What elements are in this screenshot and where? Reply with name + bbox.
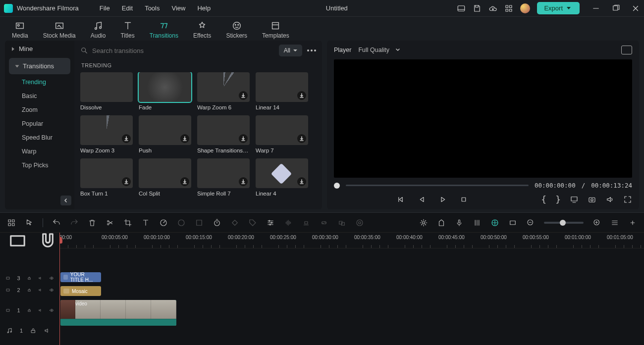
stop-button[interactable] xyxy=(459,195,468,204)
mute-icon[interactable] xyxy=(38,275,42,282)
transition-tile[interactable]: Dissolve xyxy=(80,72,133,110)
cloud-icon[interactable] xyxy=(488,4,497,13)
avatar[interactable] xyxy=(520,3,530,13)
download-icon[interactable] xyxy=(239,177,248,186)
transition-tile[interactable]: Linear 14 xyxy=(256,72,308,110)
timer-icon[interactable] xyxy=(213,218,221,227)
mark-out-button[interactable]: } xyxy=(555,194,561,204)
zoom-in-icon[interactable] xyxy=(592,218,601,227)
more-track-icon[interactable] xyxy=(628,218,637,227)
layout-icon[interactable] xyxy=(457,4,466,13)
clip-title[interactable]: YOUR TITLE H... xyxy=(60,272,101,282)
quality-dropdown[interactable]: Full Quality xyxy=(358,47,400,53)
zoom-out-icon[interactable] xyxy=(526,218,535,227)
camera-icon[interactable] xyxy=(588,195,596,204)
save-icon[interactable] xyxy=(473,4,482,13)
delete-icon[interactable] xyxy=(88,218,97,227)
transition-tile[interactable]: Push xyxy=(139,115,191,153)
auto-enhance-icon[interactable] xyxy=(419,218,428,227)
transition-tile[interactable]: Fade xyxy=(139,72,191,110)
clip-mosaic[interactable]: Mosaic xyxy=(60,286,101,296)
play-reverse-button[interactable] xyxy=(418,195,427,204)
eye-icon[interactable] xyxy=(50,307,54,314)
menu-edit[interactable]: Edit xyxy=(116,4,139,12)
transition-tile[interactable]: Shape Transitions Pack... xyxy=(197,115,250,153)
sidebar-group-mine[interactable]: Mine xyxy=(5,41,74,57)
download-icon[interactable] xyxy=(122,134,131,143)
tab-templates[interactable]: Templates xyxy=(256,18,295,41)
transition-tile[interactable]: Simple Roll 7 xyxy=(197,158,250,197)
filter-dropdown[interactable]: All xyxy=(279,45,302,56)
sidebar-item-basic[interactable]: Basic xyxy=(5,89,74,103)
more-options-button[interactable] xyxy=(307,49,316,51)
prev-frame-button[interactable] xyxy=(397,195,406,204)
adjust-icon[interactable] xyxy=(266,218,275,227)
menu-tools[interactable]: Tools xyxy=(139,4,165,12)
download-icon[interactable] xyxy=(297,91,306,100)
download-icon[interactable] xyxy=(239,134,248,143)
render-icon[interactable] xyxy=(490,218,499,227)
marker-icon[interactable] xyxy=(437,218,446,227)
timeline-ruler[interactable]: 00:0000:00:05:0000:00:10:0000:00:15:0000… xyxy=(59,233,644,248)
collapse-sidebar-button[interactable] xyxy=(60,196,71,205)
player-tab[interactable]: Player xyxy=(334,47,351,53)
seek-bar[interactable]: 00:00:00:00 / 00:00:13:24 xyxy=(334,182,632,189)
grid-icon[interactable] xyxy=(7,218,16,227)
tab-titles[interactable]: Titles xyxy=(114,18,140,41)
tab-stock-media[interactable]: Stock Media xyxy=(37,18,82,41)
eye-icon[interactable] xyxy=(50,275,54,282)
tab-stickers[interactable]: Stickers xyxy=(220,18,253,41)
video-preview[interactable] xyxy=(334,59,632,178)
search-field[interactable] xyxy=(80,47,274,54)
menu-help[interactable]: Help xyxy=(191,4,216,12)
lock-icon[interactable] xyxy=(27,275,31,282)
export-button[interactable]: Export xyxy=(537,2,580,14)
lock-icon[interactable] xyxy=(27,307,31,314)
tab-transitions[interactable]: Transitions xyxy=(144,18,184,41)
speed-icon[interactable] xyxy=(159,218,168,227)
mute-icon[interactable] xyxy=(44,327,51,334)
zoom-slider[interactable] xyxy=(544,222,584,224)
sidebar-item-speed-blur[interactable]: Speed Blur xyxy=(5,131,74,145)
eye-icon[interactable] xyxy=(50,287,54,294)
transition-tile[interactable]: Linear 4 xyxy=(256,158,308,197)
sidebar-item-warp[interactable]: Warp xyxy=(5,145,74,158)
text-icon[interactable] xyxy=(141,218,150,227)
close-icon[interactable] xyxy=(631,4,640,13)
lock-icon[interactable] xyxy=(30,327,37,334)
download-icon[interactable] xyxy=(180,134,189,143)
mark-in-button[interactable]: { xyxy=(541,194,546,204)
minimize-icon[interactable] xyxy=(591,4,600,13)
track-view-icon[interactable] xyxy=(610,218,619,227)
mute-icon[interactable] xyxy=(38,307,42,314)
download-icon[interactable] xyxy=(239,91,248,100)
volume-icon[interactable] xyxy=(605,195,614,204)
transition-tile[interactable]: Warp 7 xyxy=(256,115,308,153)
playhead[interactable] xyxy=(59,233,60,345)
lock-icon[interactable] xyxy=(27,287,31,294)
download-icon[interactable] xyxy=(180,177,189,186)
transition-tile[interactable]: Box Turn 1 xyxy=(80,158,133,197)
tab-media[interactable]: Media xyxy=(6,18,34,41)
sidebar-item-zoom[interactable]: Zoom xyxy=(5,103,74,117)
sidebar-item-top-picks[interactable]: Top Picks xyxy=(5,158,74,172)
clip-video[interactable]: video xyxy=(60,300,176,326)
mixer-icon[interactable] xyxy=(473,218,482,227)
apps-icon[interactable] xyxy=(504,4,513,13)
undo-icon[interactable] xyxy=(52,218,61,227)
download-icon[interactable] xyxy=(297,134,306,143)
menu-view[interactable]: View xyxy=(165,4,191,12)
tab-effects[interactable]: Effects xyxy=(187,18,217,41)
download-icon[interactable] xyxy=(297,177,306,186)
search-input[interactable] xyxy=(92,47,274,54)
transition-tile[interactable]: Warp Zoom 3 xyxy=(80,115,133,153)
menu-file[interactable]: File xyxy=(94,4,116,12)
transition-tile[interactable]: Warp Zoom 6 xyxy=(197,72,250,110)
download-icon[interactable] xyxy=(122,177,131,186)
display-icon[interactable] xyxy=(570,195,579,204)
split-icon[interactable] xyxy=(106,218,114,227)
sidebar-item-trending[interactable]: Trending xyxy=(5,75,74,89)
snapshot-button[interactable] xyxy=(621,46,632,54)
mute-icon[interactable] xyxy=(38,287,42,294)
select-tool-icon[interactable] xyxy=(25,218,34,227)
